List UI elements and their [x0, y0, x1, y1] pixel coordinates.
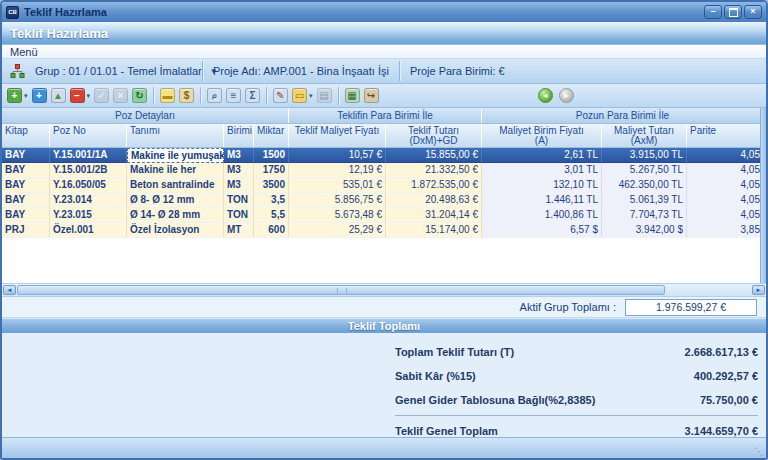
table-cell[interactable]: 21.332,50 € [386, 163, 482, 178]
table-cell[interactable]: 1500 [254, 148, 289, 163]
table-cell[interactable]: 15.174,00 € [386, 223, 482, 238]
nav-back-button[interactable]: ◄ [538, 88, 553, 103]
table-cell[interactable]: Ø 14- Ø 28 mm [127, 208, 224, 223]
table-cell[interactable]: 3,01 TL [482, 163, 602, 178]
table-row[interactable]: BAYY.15.001/1AMakine ile yumuşakM3150010… [2, 148, 764, 163]
table-cell[interactable]: BAY [2, 148, 50, 163]
table-cell[interactable]: 12,19 € [289, 163, 386, 178]
table-cell[interactable]: TON [224, 208, 254, 223]
table-cell[interactable]: 535,01 € [289, 178, 386, 193]
sum-button[interactable]: Σ [243, 86, 262, 106]
note-button[interactable]: ▬ [158, 86, 177, 106]
add-group-button[interactable]: + [30, 86, 49, 106]
tree-view-button[interactable]: ≡ [224, 86, 243, 106]
table-cell[interactable]: 4,05 [687, 163, 764, 178]
table-cell[interactable]: 462.350,00 TL [602, 178, 687, 193]
table-cell[interactable]: 4,05 [687, 193, 764, 208]
table-cell[interactable]: 1750 [254, 163, 289, 178]
search-poz-button[interactable]: ⌕ [205, 86, 224, 106]
table-cell[interactable]: 3,85 [687, 223, 764, 238]
table-cell[interactable]: 15.855,00 € [386, 148, 482, 163]
coins-button[interactable]: $ [177, 86, 196, 106]
column-header[interactable]: Maliyet Birim Fiyatı (A) [482, 124, 602, 147]
table-cell[interactable]: 31.204,14 € [386, 208, 482, 223]
table-cell[interactable]: 5.673,48 € [289, 208, 386, 223]
table-cell[interactable]: 25,29 € [289, 223, 386, 238]
table-cell[interactable]: 7.704,73 TL [602, 208, 687, 223]
close-button[interactable]: × [744, 5, 762, 19]
money-table-button[interactable]: ▦ [343, 86, 362, 106]
table-cell[interactable]: BAY [2, 193, 50, 208]
table-row[interactable]: BAYY.23.014Ø 8- Ø 12 mmTON3,55.856,75 €2… [2, 193, 764, 208]
table-cell[interactable]: 1.872.535,00 € [386, 178, 482, 193]
table-cell[interactable]: BAY [2, 178, 50, 193]
table-cell[interactable]: 5.267,50 TL [602, 163, 687, 178]
table-cell[interactable]: Ø 8- Ø 12 mm [127, 193, 224, 208]
delete-poz-button[interactable]: −▾ [68, 86, 93, 106]
table-cell[interactable]: 1.446,11 TL [482, 193, 602, 208]
scroll-left-button[interactable]: ◄ [3, 285, 16, 295]
table-cell[interactable]: Y.16.050/05 [50, 178, 127, 193]
table-row[interactable]: PRJÖzel.001Özel İzolasyonMT60025,29 €15.… [2, 223, 764, 238]
column-header[interactable]: Tanımı [127, 124, 224, 147]
window-title-bar[interactable]: CB Teklif Hazırlama – × [2, 2, 766, 22]
table-cell[interactable]: Özel İzolasyon [127, 223, 224, 238]
scroll-right-button[interactable]: ► [752, 285, 765, 295]
table-cell[interactable]: 5.856,75 € [289, 193, 386, 208]
table-cell[interactable]: Makine ile yumuşak [127, 148, 224, 163]
scrollbar-thumb[interactable] [17, 285, 665, 295]
table-cell[interactable]: 132,10 TL [482, 178, 602, 193]
resize-grip-icon[interactable]: ⋱ [754, 447, 764, 457]
table-cell[interactable]: 5,5 [254, 208, 289, 223]
horizontal-scrollbar[interactable]: ◄ ► [2, 283, 766, 297]
table-cell[interactable]: 1.400,86 TL [482, 208, 602, 223]
table-cell[interactable]: 4,05 [687, 208, 764, 223]
table-cell[interactable]: Makine ile her [127, 163, 224, 178]
table-cell[interactable]: M3 [224, 163, 254, 178]
column-header[interactable]: Kitap [2, 124, 50, 147]
table-cell[interactable]: 3,5 [254, 193, 289, 208]
table-cell[interactable]: 3.915,00 TL [602, 148, 687, 163]
table-cell[interactable]: 4,05 [687, 148, 764, 163]
column-header[interactable]: Miktar [254, 124, 289, 147]
table-row[interactable]: BAYY.15.001/2BMakine ile herM3175012,19 … [2, 163, 764, 178]
table-cell[interactable]: 5.061,39 TL [602, 193, 687, 208]
table-cell[interactable]: TON [224, 193, 254, 208]
table-cell[interactable]: 2,61 TL [482, 148, 602, 163]
vertical-scrollbar[interactable] [760, 108, 766, 283]
column-header[interactable]: Birimi [224, 124, 254, 147]
menu-item-menu[interactable]: Menü [10, 46, 38, 58]
table-cell[interactable]: MT [224, 223, 254, 238]
table-cell[interactable]: Y.15.001/2B [50, 163, 127, 178]
table-row[interactable]: BAYY.16.050/05Beton santralindeM33500535… [2, 178, 764, 193]
table-cell[interactable]: 600 [254, 223, 289, 238]
table-cell[interactable]: 6,57 $ [482, 223, 602, 238]
table-row[interactable]: BAYY.23.015Ø 14- Ø 28 mmTON5,55.673,48 €… [2, 208, 764, 223]
table-cell[interactable]: 20.498,63 € [386, 193, 482, 208]
table-cell[interactable]: BAY [2, 208, 50, 223]
column-header[interactable]: Parite [687, 124, 764, 147]
table-cell[interactable]: 10,57 € [289, 148, 386, 163]
column-header[interactable]: Teklif Tutarı (DxM)+GD [386, 124, 482, 147]
group-selector[interactable]: Grup : 01 / 01.01 - Temel İmalatları ▼ [2, 59, 202, 83]
table-cell[interactable]: 3500 [254, 178, 289, 193]
active-group-total-field[interactable]: 1.976.599,27 € [625, 299, 757, 316]
maximize-button[interactable] [724, 5, 742, 19]
table-cell[interactable]: Y.15.001/1A [50, 148, 127, 163]
table-cell[interactable]: M3 [224, 178, 254, 193]
table-cell[interactable]: Beton santralinde [127, 178, 224, 193]
table-cell[interactable]: Y.23.015 [50, 208, 127, 223]
table-cell[interactable]: M3 [224, 148, 254, 163]
import-poz-button[interactable]: ▲ [49, 86, 68, 106]
table-cell[interactable]: 3.942,00 $ [602, 223, 687, 238]
refresh-button[interactable]: ↻ [130, 86, 149, 106]
folder-button[interactable]: ▭▾ [290, 86, 315, 106]
table-cell[interactable]: BAY [2, 163, 50, 178]
exit-button[interactable]: ↪ [362, 86, 381, 106]
add-poz-button[interactable]: +▾ [5, 86, 30, 106]
table-cell[interactable]: PRJ [2, 223, 50, 238]
column-header[interactable]: Poz No [50, 124, 127, 147]
table-cell[interactable]: Y.23.014 [50, 193, 127, 208]
column-header[interactable]: Maliyet Tutarı (AxM) [602, 124, 687, 147]
minimize-button[interactable]: – [704, 5, 722, 19]
